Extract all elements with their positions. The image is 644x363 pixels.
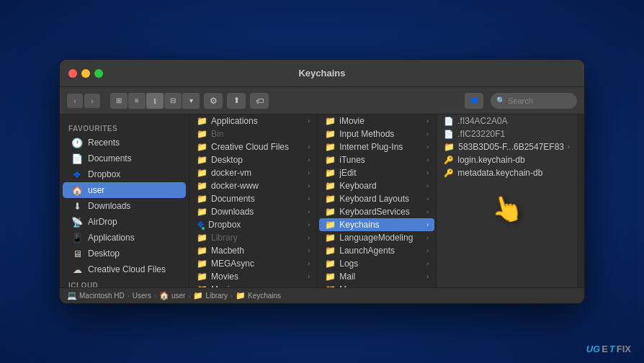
breadcrumb-item-keychains[interactable]: 📁 Keychains [236, 291, 281, 300]
list-item[interactable]: 📁 docker-www › [191, 179, 316, 192]
minimize-button[interactable] [81, 69, 90, 78]
list-item[interactable]: 📄 .fIC23220F1 [438, 127, 576, 140]
keychains-folder-icon: 📁 [325, 220, 336, 230]
arrow-icon: › [308, 273, 310, 280]
list-item[interactable]: ❖ Dropbox › [191, 218, 316, 231]
view-options-button[interactable]: ▾ [182, 93, 200, 109]
sidebar-item-applications[interactable]: 📱 Applications [63, 230, 186, 246]
close-button[interactable] [68, 69, 77, 78]
folder-icon: 📁 [197, 168, 207, 178]
column-2: 📁 iMovie › 📁 Input Methods › 📁 Internet … [318, 115, 437, 287]
search-placeholder: Search [508, 97, 533, 105]
arrow-icon: › [426, 130, 429, 138]
finder-window: Keychains ‹ › ⊞ ≡ ⫿ ⊟ ▾ ⚙ ⬆ 🏷 ❖ 🔍 [59, 59, 585, 304]
folder-icon: 📁 [197, 194, 207, 204]
downloads-icon: ⬇ [71, 200, 83, 212]
share-button[interactable]: ⬆ [227, 93, 246, 109]
folder-icon: 📁 [325, 116, 336, 126]
list-item[interactable]: 📁 MEGAsync › [191, 257, 316, 270]
arrow-icon: › [426, 182, 429, 189]
arrow-icon: › [426, 195, 429, 202]
breadcrumb-item-user[interactable]: 🏠 user [159, 291, 185, 300]
list-item[interactable]: 🔑 login.keychain-db [438, 153, 576, 166]
breadcrumb-item-library[interactable]: 📁 Library [193, 291, 228, 300]
arrow-icon: › [308, 221, 310, 228]
sidebar-label-downloads: Downloads [88, 201, 130, 211]
sidebar-item-dropbox[interactable]: ❖ Dropbox [63, 166, 186, 182]
folder-icon: 📁 [197, 142, 207, 152]
sidebar-label-recents: Recents [88, 138, 120, 148]
action-button[interactable]: ⚙ [204, 93, 223, 109]
list-item[interactable]: 📁 Library › [191, 231, 316, 244]
list-item[interactable]: 📁 Internet Plug-Ins › [319, 140, 434, 153]
search-icon: 🔍 [496, 97, 505, 104]
list-item[interactable]: 📁 jEdit › [319, 166, 434, 179]
folder-icon: 📁 [197, 272, 207, 282]
sidebar-item-desktop[interactable]: 🖥 Desktop [63, 246, 186, 261]
list-item[interactable]: 📁 LaunchAgents › [319, 244, 434, 257]
sidebar-label-documents: Documents [88, 153, 132, 163]
tag-button[interactable]: 🏷 [250, 93, 269, 109]
list-item[interactable]: 📄 .fI34AC2A0A [438, 115, 576, 127]
list-item[interactable]: 📁 Creative Cloud Files › [191, 140, 316, 153]
list-item[interactable]: 📁 Input Methods › [319, 127, 434, 140]
list-item[interactable]: 📁 LanguageModeling › [319, 231, 434, 244]
column-view-button[interactable]: ⫿ [146, 93, 164, 109]
dropbox-toolbar-button[interactable]: ❖ [465, 93, 483, 109]
list-item[interactable]: 📁 Movies › [191, 270, 316, 283]
user-bc-icon: 🏠 [159, 291, 169, 300]
folder-icon: 📁 [325, 194, 336, 204]
arrow-icon: › [308, 117, 310, 125]
desktop-icon: 🖥 [71, 248, 83, 259]
list-item[interactable]: 📁 Logs › [319, 257, 434, 270]
search-box[interactable]: 🔍 Search [491, 93, 577, 109]
favourites-label: Favourites [60, 120, 189, 135]
sidebar-item-airdrop[interactable]: 📡 AirDrop [63, 214, 186, 230]
arrow-icon: › [426, 208, 429, 215]
folder-icon: 📁 [197, 259, 207, 269]
list-item[interactable]: 📁 583B3D05-F...6B2547EF83 › [438, 140, 576, 153]
forward-button[interactable]: › [84, 94, 100, 108]
airdrop-icon: 📡 [71, 216, 83, 228]
library-bc-icon: 📁 [193, 291, 203, 300]
list-item[interactable]: 📁 Keyboard Layouts › [319, 192, 434, 205]
sidebar-item-downloads[interactable]: ⬇ Downloads [63, 198, 186, 214]
dropbox-icon: ❖ [470, 95, 479, 107]
list-item[interactable]: 📁 iMovie › [319, 115, 434, 127]
user-icon: 🏠 [71, 184, 83, 196]
watermark-text: UG [586, 344, 601, 354]
list-item[interactable]: 📁 KeyboardServices › [319, 205, 434, 218]
list-view-button[interactable]: ≡ [128, 93, 146, 109]
list-item[interactable]: 📁 iTunes › [319, 153, 434, 166]
breadcrumb-item-users[interactable]: Users [133, 292, 151, 300]
list-item[interactable]: 📁 Bin [191, 127, 316, 140]
breadcrumb-item-hd[interactable]: 💻 Macintosh HD [67, 291, 125, 300]
sidebar-label-dropbox: Dropbox [88, 169, 120, 179]
maximize-button[interactable] [94, 69, 103, 78]
list-item[interactable]: 📁 Macbeth › [191, 244, 316, 257]
list-item[interactable]: 📁 Documents › [191, 192, 316, 205]
list-item[interactable]: 📁 Desktop › [191, 153, 316, 166]
list-item-keychains[interactable]: 📁 Keychains › [319, 218, 434, 231]
list-item[interactable]: 📁 Mail › [319, 270, 434, 283]
sidebar-item-creative-cloud[interactable]: ☁ Creative Cloud Files [63, 261, 186, 277]
arrow-icon: › [426, 143, 429, 151]
folder-icon: 📁 [325, 181, 336, 191]
list-item[interactable]: 📁 Applications › [191, 115, 316, 127]
sidebar: Favourites 🕐 Recents 📄 Documents ❖ Dropb… [60, 115, 189, 287]
recents-icon: 🕐 [71, 137, 83, 148]
list-item[interactable]: 📁 docker-vm › [191, 166, 316, 179]
list-item[interactable]: 🔑 metadata.keychain-db [438, 166, 576, 179]
arrow-icon: › [426, 247, 429, 254]
list-item[interactable]: 📁 Keyboard › [319, 179, 434, 192]
sidebar-item-user[interactable]: 🏠 user [63, 182, 186, 198]
folder-icon: 📁 [325, 233, 336, 243]
icon-view-button[interactable]: ⊞ [110, 93, 128, 109]
folder-icon: 📁 [325, 259, 336, 269]
list-item[interactable]: 📁 Downloads › [191, 205, 316, 218]
arrow-icon: › [426, 273, 429, 280]
back-button[interactable]: ‹ [67, 94, 83, 108]
gallery-view-button[interactable]: ⊟ [164, 93, 182, 109]
sidebar-item-recents[interactable]: 🕐 Recents [63, 135, 186, 151]
sidebar-item-documents[interactable]: 📄 Documents [63, 151, 186, 166]
